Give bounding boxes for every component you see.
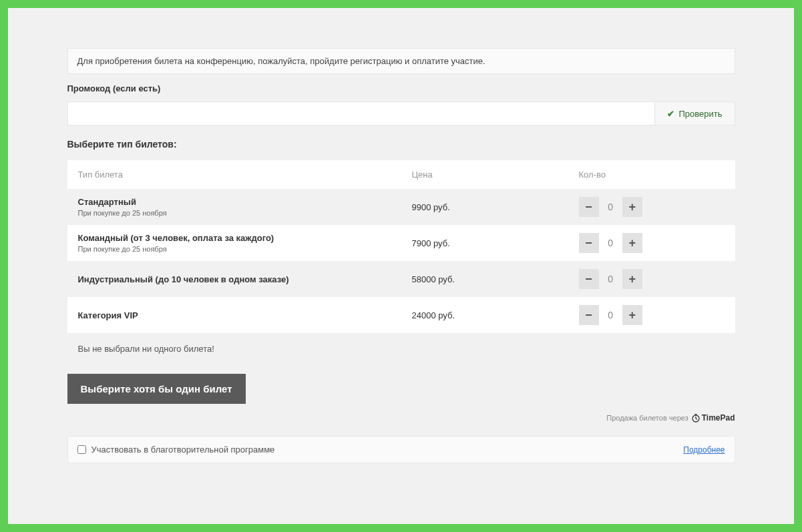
qty-value: 0 xyxy=(601,238,620,248)
table-row: Командный (от 3 человек, оплата за каждо… xyxy=(67,225,735,261)
charity-more-link[interactable]: Подробнее xyxy=(683,445,725,455)
ticket-name: Категория VIP xyxy=(78,310,391,320)
qty-value: 0 xyxy=(601,310,620,320)
qty-plus-button[interactable]: + xyxy=(622,269,642,289)
qty-minus-button[interactable]: − xyxy=(579,269,599,289)
charity-left: Участвовать в благотворительной программ… xyxy=(77,445,275,455)
promo-row: ✔ Проверить xyxy=(67,101,735,125)
qty-value: 0 xyxy=(601,274,620,284)
promo-label: Промокод (если есть) xyxy=(67,83,735,93)
charity-checkbox[interactable] xyxy=(77,445,86,454)
table-row: Индустриальный (до 10 человек в одном за… xyxy=(67,261,735,297)
warning-row: Вы не выбрали ни одного билета! xyxy=(67,333,735,364)
col-header-qty: Кол-во xyxy=(568,160,735,189)
ticket-price: 24000 руб. xyxy=(401,297,568,333)
table-row: Стандартный При покупке до 25 ноября 990… xyxy=(67,189,735,225)
ticket-table: Тип билета Цена Кол-во Стандартный При п… xyxy=(67,160,735,364)
qty-plus-button[interactable]: + xyxy=(622,305,642,325)
qty-minus-button[interactable]: − xyxy=(579,305,599,325)
ticket-price: 9900 руб. xyxy=(401,189,568,225)
table-header-row: Тип билета Цена Кол-во xyxy=(67,160,735,189)
svg-rect-1 xyxy=(694,414,696,415)
charity-row: Участвовать в благотворительной программ… xyxy=(67,436,735,463)
qty-plus-button[interactable]: + xyxy=(622,197,642,217)
tickets-heading: Выберите тип билетов: xyxy=(67,139,735,150)
attrib-prefix: Продажа билетов через xyxy=(606,414,688,422)
ticket-sub: При покупке до 25 ноября xyxy=(78,209,391,217)
form-container: Для приобретения билета на конференцию, … xyxy=(67,48,735,463)
qty-minus-button[interactable]: − xyxy=(579,233,599,253)
ticket-price: 58000 руб. xyxy=(401,261,568,297)
warning-text: Вы не выбрали ни одного билета! xyxy=(67,333,735,364)
promo-check-button[interactable]: ✔ Проверить xyxy=(655,101,735,125)
footer-attribution: Продажа билетов через TimePad xyxy=(67,413,735,423)
page-frame: Для приобретения билета на конференцию, … xyxy=(8,8,794,524)
timepad-logo: TimePad xyxy=(691,413,735,423)
ticket-name: Стандартный xyxy=(78,197,391,207)
check-icon: ✔ xyxy=(667,109,674,119)
ticket-name: Командный (от 3 человек, оплата за каждо… xyxy=(78,233,391,243)
svg-line-4 xyxy=(696,419,697,420)
qty-plus-button[interactable]: + xyxy=(622,233,642,253)
ticket-price: 7900 руб. xyxy=(401,225,568,261)
ticket-name: Индустриальный (до 10 человек в одном за… xyxy=(78,274,391,284)
submit-area: Выберите хотя бы один билет xyxy=(67,374,735,404)
submit-button[interactable]: Выберите хотя бы один билет xyxy=(67,374,246,404)
charity-label: Участвовать в благотворительной программ… xyxy=(91,445,275,455)
timepad-brand-text: TimePad xyxy=(702,413,735,423)
qty-minus-button[interactable]: − xyxy=(579,197,599,217)
qty-value: 0 xyxy=(601,202,620,212)
table-row: Категория VIP 24000 руб. − 0 + xyxy=(67,297,735,333)
promo-check-label: Проверить xyxy=(678,109,722,119)
info-banner: Для приобретения билета на конференцию, … xyxy=(67,48,735,74)
ticket-sub: При покупке до 25 ноября xyxy=(78,245,391,253)
promo-input[interactable] xyxy=(67,101,656,125)
col-header-price: Цена xyxy=(401,160,568,189)
col-header-name: Тип билета xyxy=(67,160,401,189)
stopwatch-icon xyxy=(691,413,700,423)
